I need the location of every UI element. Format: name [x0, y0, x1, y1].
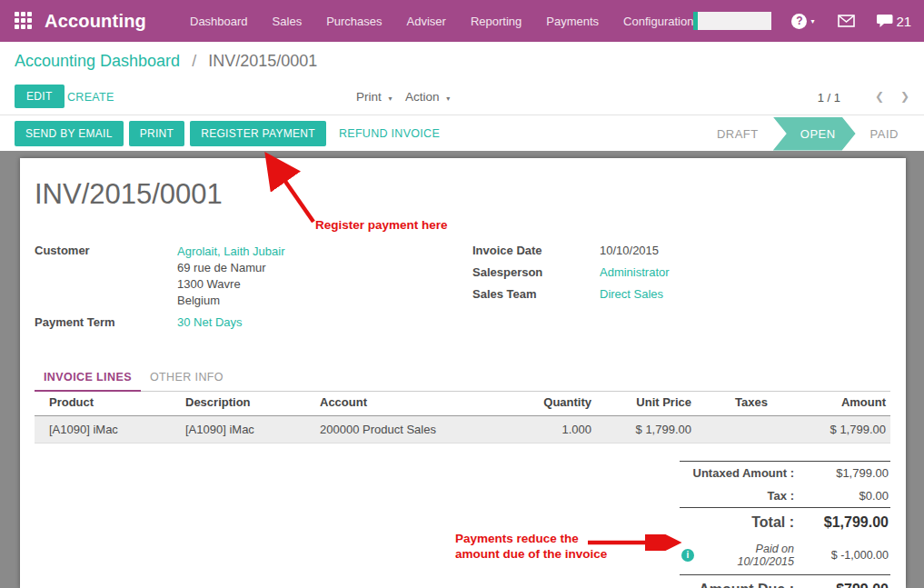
- column-header-taxes: Taxes: [696, 389, 772, 416]
- nav-item-dashboard[interactable]: Dashboard: [190, 15, 248, 28]
- payment-term-link[interactable]: 30 Net Days: [177, 315, 243, 329]
- invoice-lines-table: Product Description Account Quantity Uni…: [35, 389, 890, 443]
- status-draft[interactable]: DRAFT: [704, 127, 771, 141]
- column-header-quantity: Quantity: [514, 389, 596, 416]
- total-value: $1,799.00: [805, 514, 889, 531]
- customer-link[interactable]: Agrolait, Laith Jubair: [177, 244, 285, 258]
- annotation-payments-note: Payments reduce the amount due of the in…: [455, 531, 607, 562]
- pager-next-icon[interactable]: ❯: [900, 90, 909, 103]
- cell-unit-price: $ 1,799.00: [596, 416, 696, 443]
- control-panel: EDIT CREATE Print ▾ Action ▾ 1 / 1 ❮ ❯: [0, 83, 924, 115]
- customer-label: Customer: [35, 244, 177, 309]
- cell-quantity: 1.000: [514, 416, 596, 443]
- breadcrumb-parent[interactable]: Accounting Dashboard: [15, 52, 180, 70]
- print-button[interactable]: PRINT: [129, 121, 185, 146]
- sales-team-label: Sales Team: [472, 287, 600, 301]
- nav-item-reporting[interactable]: Reporting: [471, 15, 522, 28]
- status-paid[interactable]: PAID: [858, 127, 911, 141]
- apps-grid-icon[interactable]: [15, 12, 32, 30]
- nav-right-icons: ? ▾ 21: [693, 12, 911, 30]
- amount-due-label: Amount Due :: [681, 582, 805, 588]
- nav-item-purchases[interactable]: Purchases: [326, 15, 382, 28]
- salesperson-link[interactable]: Administrator: [600, 265, 670, 279]
- nav-item-configuration[interactable]: Configuration: [623, 15, 693, 28]
- customer-address-city: 1300 Wavre: [177, 277, 241, 291]
- chevron-down-icon: ▾: [446, 95, 450, 103]
- chat-bubble-icon: [877, 14, 893, 28]
- send-by-email-button[interactable]: SEND BY EMAIL: [15, 121, 124, 146]
- nav-menu: Dashboard Sales Purchases Adviser Report…: [190, 15, 693, 28]
- pager-previous-icon[interactable]: ❮: [875, 90, 884, 103]
- tab-other-info[interactable]: OTHER INFO: [141, 365, 233, 391]
- breadcrumb-current: INV/2015/0001: [208, 52, 317, 70]
- cell-account: 200000 Product Sales: [305, 416, 514, 443]
- payments-note-arrow: [586, 534, 684, 551]
- edit-button[interactable]: EDIT: [15, 85, 65, 108]
- nav-item-payments[interactable]: Payments: [546, 15, 599, 28]
- cell-product: [A1090] iMac: [35, 416, 171, 443]
- form-background: INV/2015/0001 Customer Agrolait, Laith J…: [0, 151, 924, 588]
- tab-invoice-lines[interactable]: INVOICE LINES: [35, 365, 141, 392]
- messages-icon[interactable]: [838, 15, 855, 27]
- invoice-number-title: INV/2015/0001: [35, 178, 223, 211]
- untaxed-amount-value: $1,799.00: [805, 466, 889, 480]
- breadcrumb-separator: /: [192, 52, 196, 70]
- annotation-register-payment: Register payment here: [315, 217, 448, 233]
- amount-due-value: $799.00: [805, 582, 889, 588]
- column-header-unit-price: Unit Price: [596, 389, 696, 416]
- paid-note: Paid on 10/10/2015: [700, 543, 805, 568]
- invoice-statusbar: SEND BY EMAIL PRINT REGISTER PAYMENT REF…: [0, 116, 924, 151]
- cell-description: [A1090] iMac: [171, 416, 305, 443]
- customer-field-group: Customer Agrolait, Laith Jubair 69 rue d…: [35, 244, 434, 334]
- print-dropdown[interactable]: Print ▾: [356, 90, 392, 104]
- statusbar-buttons: SEND BY EMAIL PRINT REGISTER PAYMENT REF…: [15, 121, 440, 146]
- table-header-row: Product Description Account Quantity Uni…: [35, 389, 890, 416]
- invoice-date-label: Invoice Date: [472, 244, 600, 257]
- invoice-date-value: 10/10/2015: [600, 244, 659, 257]
- total-row: Total : $1,799.00: [680, 507, 890, 537]
- payment-line-row: i Paid on 10/10/2015 $ -1,000.00: [680, 537, 890, 574]
- status-pipeline: DRAFT OPEN PAID: [704, 116, 911, 151]
- column-header-product: Product: [35, 389, 171, 416]
- chevron-down-icon: ▾: [389, 95, 392, 103]
- amount-due-row: Amount Due : $799.00: [680, 574, 890, 588]
- user-menu[interactable]: [693, 12, 771, 30]
- tax-value: $0.00: [805, 489, 889, 503]
- invoice-info-group: Invoice Date 10/10/2015 Salesperson Admi…: [472, 244, 854, 309]
- app-title: Accounting: [45, 11, 146, 32]
- top-navbar: Accounting Dashboard Sales Purchases Adv…: [0, 0, 924, 42]
- register-payment-button[interactable]: REGISTER PAYMENT: [190, 121, 326, 146]
- create-button[interactable]: CREATE: [67, 91, 114, 104]
- paid-value: $ -1,000.00: [805, 549, 889, 562]
- action-dropdown[interactable]: Action ▾: [405, 90, 450, 104]
- table-row[interactable]: [A1090] iMac [A1090] iMac 200000 Product…: [35, 416, 890, 443]
- notebook-tabs: INVOICE LINES OTHER INFO: [35, 365, 890, 392]
- chat-counter[interactable]: 21: [877, 14, 911, 29]
- help-menu[interactable]: ? ▾: [791, 14, 814, 29]
- customer-address-street: 69 rue de Namur: [177, 261, 266, 274]
- breadcrumb: Accounting Dashboard / INV/2015/0001: [15, 52, 317, 71]
- payment-term-label: Payment Term: [35, 315, 177, 329]
- column-header-account: Account: [305, 389, 514, 416]
- sales-team-link[interactable]: Direct Sales: [600, 287, 663, 301]
- nav-item-adviser[interactable]: Adviser: [407, 15, 446, 28]
- tax-row: Tax : $0.00: [680, 484, 890, 507]
- chevron-down-icon: ▾: [810, 17, 814, 25]
- status-open[interactable]: OPEN: [773, 117, 856, 151]
- cell-amount: $ 1,799.00: [772, 416, 890, 443]
- refund-invoice-button[interactable]: REFUND INVOICE: [339, 127, 440, 140]
- nav-item-sales[interactable]: Sales: [273, 15, 303, 28]
- register-payment-arrow: [257, 151, 325, 227]
- total-label: Total :: [681, 514, 805, 531]
- column-header-amount: Amount: [772, 389, 890, 416]
- tax-label: Tax :: [681, 489, 805, 503]
- untaxed-amount-label: Untaxed Amount :: [681, 466, 805, 480]
- payment-info-icon[interactable]: i: [681, 549, 694, 562]
- customer-address-country: Belgium: [177, 294, 220, 307]
- column-header-description: Description: [171, 389, 305, 416]
- cell-taxes: [696, 416, 772, 443]
- invoice-sheet: INV/2015/0001 Customer Agrolait, Laith J…: [20, 158, 906, 588]
- chat-count: 21: [896, 14, 911, 29]
- help-icon: ?: [791, 14, 807, 29]
- untaxed-amount-row: Untaxed Amount : $1,799.00: [680, 461, 890, 484]
